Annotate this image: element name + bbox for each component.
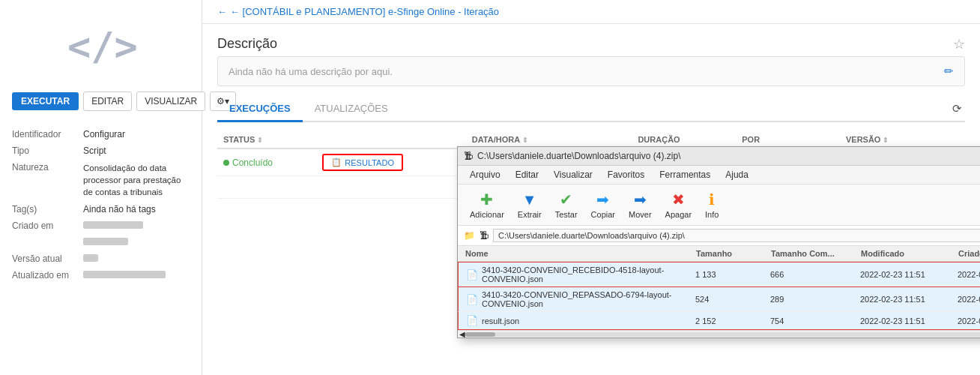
page-root: </> EXECUTAR EDITAR VISUALIZAR ⚙▾ Identi… bbox=[0, 0, 980, 375]
back-arrow: ← bbox=[217, 6, 227, 17]
move-icon: ➡ bbox=[634, 190, 647, 208]
info-label: Criado em bbox=[12, 218, 83, 234]
info-tool-button[interactable]: ℹ Info bbox=[701, 189, 723, 220]
status-text: Concluído bbox=[232, 158, 273, 168]
col-status: STATUS ⇕ bbox=[217, 131, 316, 148]
result-cell: 📋 RESULTADO bbox=[316, 148, 465, 176]
description-title: Descrição bbox=[217, 36, 277, 52]
scroll-left-btn[interactable]: ◀ bbox=[459, 330, 465, 338]
menu-ajuda[interactable]: Ajuda bbox=[718, 167, 756, 182]
file-icon: 📄 bbox=[466, 269, 478, 280]
filename-text: result.json bbox=[482, 316, 519, 326]
file-list: 📄 3410-3420-CONVENIO_RECEBIDO-4518-layou… bbox=[458, 262, 980, 330]
description-header: Descrição ☆ bbox=[217, 36, 965, 56]
scroll-thumb[interactable] bbox=[465, 332, 495, 337]
col-result bbox=[316, 131, 465, 148]
execute-button[interactable]: EXECUTAR bbox=[12, 92, 79, 110]
breadcrumb[interactable]: ← ← [CONTÁBIL e PLANEJAMENTO] e-Sfinge O… bbox=[202, 0, 980, 24]
delete-icon: ✖ bbox=[672, 190, 685, 208]
delete-label: Apagar bbox=[665, 210, 692, 219]
zip-small-icon: 🗜 bbox=[480, 230, 489, 241]
tab-execucoes[interactable]: EXECUÇÕES bbox=[217, 97, 303, 122]
sidebar: </> EXECUTAR EDITAR VISUALIZAR ⚙▾ Identi… bbox=[0, 0, 202, 375]
refresh-icon[interactable]: ⟳ bbox=[949, 99, 965, 118]
file-explorer-titlebar: 🗜 C:\Users\daniele.duarte\Downloads\arqu… bbox=[458, 147, 980, 166]
sort-icon: ⇕ bbox=[883, 136, 889, 144]
menu-arquivo[interactable]: Arquivo bbox=[462, 167, 508, 182]
info-label: Tipo bbox=[12, 142, 83, 159]
status-done: Concluído bbox=[223, 158, 310, 168]
tab-atualizacoes[interactable]: ATUALIZAÇÕES bbox=[303, 97, 400, 122]
col-modificado: Modificado bbox=[861, 249, 958, 258]
folder-icon: 📁 bbox=[464, 230, 475, 241]
description-box: Ainda não há uma descrição por aqui. ✏ bbox=[217, 56, 965, 86]
delete-tool-button[interactable]: ✖ Apagar bbox=[661, 189, 696, 220]
main-content: ← ← [CONTÁBIL e PLANEJAMENTO] e-Sfinge O… bbox=[202, 0, 980, 375]
toolbar: ✚ Adicionar ▼ Extrair ✔ Testar ➡ Copiar … bbox=[458, 184, 980, 226]
zip-icon: 🗜 bbox=[464, 151, 473, 161]
address-bar: 📁 🗜 ▼ bbox=[458, 226, 980, 246]
test-icon: ✔ bbox=[560, 190, 572, 208]
info-row-natureza: Natureza Consolidação do data processor … bbox=[12, 159, 190, 201]
status-dot bbox=[223, 160, 229, 166]
result-label: RESULTADO bbox=[345, 158, 394, 167]
filename-text: 3410-3420-CONVENIO_RECEBIDO-4518-layout-… bbox=[482, 266, 695, 284]
sort-icon: ⇕ bbox=[522, 136, 528, 144]
info-icon: ℹ bbox=[709, 190, 715, 208]
extract-icon: ▼ bbox=[522, 191, 537, 208]
result-button[interactable]: 📋 RESULTADO bbox=[322, 154, 403, 171]
menu-favoritos[interactable]: Favoritos bbox=[600, 167, 652, 182]
add-label: Adicionar bbox=[470, 210, 504, 219]
info-label: Info bbox=[705, 210, 719, 219]
view-button[interactable]: VISUALIZAR bbox=[136, 92, 205, 111]
info-value-criado2 bbox=[83, 234, 190, 250]
info-value-tipo: Script bbox=[83, 142, 190, 159]
info-row-tipo: Tipo Script bbox=[12, 142, 190, 159]
filename-cell: 📄 3410-3420-CONVENIO_RECEBIDO-4518-layou… bbox=[466, 266, 695, 284]
sort-icon: ⇕ bbox=[257, 136, 263, 144]
menu-visualizar[interactable]: Visualizar bbox=[546, 167, 600, 182]
description-placeholder: Ainda não há uma descrição por aqui. bbox=[229, 66, 393, 77]
titlebar-text: C:\Users\daniele.duarte\Downloads\arquiv… bbox=[477, 151, 680, 161]
edit-button[interactable]: EDITAR bbox=[83, 92, 132, 111]
col-criado: Criado bbox=[958, 249, 980, 258]
tabs-bar: EXECUÇÕES ATUALIZAÇÕES ⟳ bbox=[217, 97, 965, 122]
test-tool-button[interactable]: ✔ Testar bbox=[551, 189, 582, 220]
menu-editar[interactable]: Editar bbox=[508, 167, 546, 182]
info-label: Atualizado em bbox=[12, 267, 83, 284]
svg-text:</>: </> bbox=[67, 24, 138, 69]
created-cell: 2022-02-23 11:51 bbox=[958, 316, 980, 326]
info-value-criado bbox=[83, 218, 190, 234]
scroll-track bbox=[465, 332, 980, 337]
compressed-cell: 289 bbox=[770, 295, 860, 304]
list-item[interactable]: 📄 3410-3420-CONVENIO_RECEBIDO-4518-layou… bbox=[458, 262, 980, 287]
info-value-identificador[interactable]: Configurar bbox=[83, 126, 190, 142]
list-item[interactable]: 📄 3410-3420-CONVENIO_REPASSADO-6794-layo… bbox=[458, 287, 980, 312]
extract-tool-button[interactable]: ▼ Extrair bbox=[513, 190, 546, 220]
modified-cell: 2022-02-23 11:51 bbox=[860, 270, 958, 279]
titlebar-left: 🗜 C:\Users\daniele.duarte\Downloads\arqu… bbox=[464, 151, 680, 161]
copy-tool-button[interactable]: ➡ Copiar bbox=[587, 189, 620, 220]
info-row-versao: Versão atual bbox=[12, 250, 190, 267]
filename-text: 3410-3420-CONVENIO_REPASSADO-6794-layout… bbox=[482, 290, 695, 308]
list-item[interactable]: 📄 result.json 2 152 754 2022-02-23 11:51… bbox=[458, 312, 980, 330]
sidebar-actions: EXECUTAR EDITAR VISUALIZAR ⚙▾ bbox=[12, 92, 190, 111]
star-icon[interactable]: ☆ bbox=[953, 36, 965, 52]
move-label: Mover bbox=[629, 210, 652, 219]
info-row-criado2 bbox=[12, 234, 190, 250]
address-input[interactable] bbox=[493, 229, 980, 242]
file-icon: 📄 bbox=[466, 294, 478, 305]
add-tool-button[interactable]: ✚ Adicionar bbox=[465, 189, 509, 220]
extract-label: Extrair bbox=[518, 210, 542, 219]
file-list-header: Nome Tamanho Tamanho Com... Modificado C… bbox=[458, 246, 980, 262]
size-cell: 524 bbox=[695, 295, 770, 304]
horizontal-scrollbar[interactable]: ◀ ▶ bbox=[458, 330, 980, 338]
created-cell: 2022-02-23 11:51 bbox=[958, 270, 980, 279]
info-value-natureza: Consolidação do data processor para pres… bbox=[83, 159, 190, 201]
menu-ferramentas[interactable]: Ferramentas bbox=[652, 167, 718, 182]
move-tool-button[interactable]: ➡ Mover bbox=[624, 189, 656, 220]
description-edit-icon[interactable]: ✏ bbox=[944, 64, 954, 78]
info-value-tags[interactable]: Ainda não há tags bbox=[83, 201, 190, 218]
breadcrumb-text: ← [CONTÁBIL e PLANEJAMENTO] e-Sfinge Onl… bbox=[230, 6, 499, 17]
modified-cell: 2022-02-23 11:51 bbox=[860, 316, 958, 326]
